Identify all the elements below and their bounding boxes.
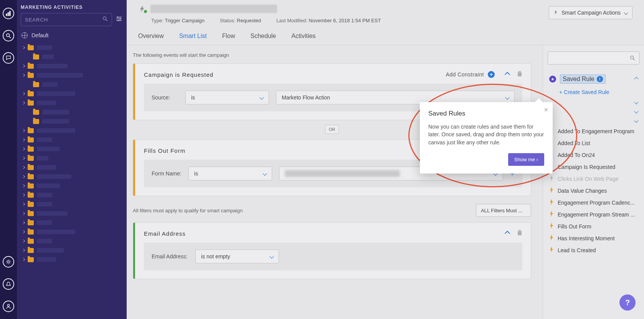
svg-line-13 <box>633 59 635 60</box>
folder-icon <box>28 165 34 170</box>
user-icon[interactable] <box>3 301 14 312</box>
info-icon[interactable]: i <box>597 76 603 82</box>
bolt-icon <box>549 223 554 230</box>
globe-icon <box>21 32 28 38</box>
tree-item[interactable] <box>17 43 127 52</box>
tree-item[interactable] <box>17 190 127 200</box>
tree-item[interactable] <box>17 209 127 218</box>
tree-item[interactable] <box>17 98 127 107</box>
tab-overview[interactable]: Overview <box>138 28 164 45</box>
chevron-down-icon <box>624 10 628 15</box>
bolt-icon <box>549 246 554 254</box>
folder-icon <box>28 239 34 244</box>
saved-rule-highlight: Saved Rule i <box>560 74 606 84</box>
tree-item[interactable] <box>17 154 127 163</box>
tree-item[interactable] <box>17 236 127 246</box>
collapsed-section[interactable] <box>548 116 639 125</box>
trigger-item[interactable]: Added To Engagement Program <box>548 125 639 137</box>
campaign-title-redacted <box>150 5 277 13</box>
bell-icon[interactable] <box>3 278 14 290</box>
delete-icon[interactable] <box>517 71 522 78</box>
folder-icon <box>28 193 34 198</box>
search-icon[interactable] <box>3 30 14 41</box>
tree-item[interactable] <box>17 181 127 190</box>
popover-title: Saved Rules <box>428 110 544 117</box>
tree-item[interactable] <box>17 71 127 80</box>
tab-schedule[interactable]: Schedule <box>250 28 276 45</box>
help-fab[interactable]: ? <box>619 294 636 311</box>
saved-rule-section[interactable]: ★ Saved Rule i <box>548 71 639 87</box>
tree-item[interactable] <box>17 117 127 126</box>
tree-item[interactable] <box>17 172 127 181</box>
trigger-item[interactable]: Has Interesting Moment <box>548 232 639 244</box>
status-active-dot <box>144 10 147 13</box>
operator-select[interactable]: is <box>185 91 269 104</box>
smart-campaign-actions-button[interactable]: Smart Campaign Actions <box>549 6 632 19</box>
form-name-label: Form Name: <box>152 170 182 177</box>
chevron-down-icon <box>634 100 638 104</box>
search-input[interactable] <box>25 17 102 23</box>
analytics-icon[interactable] <box>3 8 14 19</box>
bolt-icon <box>554 10 558 16</box>
tree-item[interactable] <box>17 52 127 61</box>
tree-item[interactable] <box>17 200 127 209</box>
create-saved-rule-link[interactable]: + Create Saved Rule <box>548 87 639 98</box>
chevron-down-icon <box>505 95 509 99</box>
trigger-item[interactable]: Engagement Program Stream ... <box>548 208 639 220</box>
tree-item[interactable] <box>17 144 127 154</box>
workspace-default[interactable]: Default <box>17 30 127 42</box>
tree-item[interactable] <box>17 61 127 71</box>
folder-icon <box>28 45 34 50</box>
tree-item[interactable] <box>17 218 127 227</box>
tree-item[interactable] <box>17 163 127 172</box>
palette-search[interactable] <box>548 51 639 64</box>
gear-icon[interactable] <box>3 256 14 268</box>
close-icon[interactable]: × <box>544 106 548 114</box>
trigger-list: Added To Engagement ProgramAdded To List… <box>548 125 639 256</box>
collapse-toggle[interactable] <box>505 231 510 236</box>
tab-activities[interactable]: Activities <box>291 28 315 45</box>
tab-smart-list[interactable]: Smart List <box>179 28 207 45</box>
trigger-item[interactable]: Data Value Changes <box>548 185 639 197</box>
tree-item[interactable] <box>17 80 127 89</box>
search-icon <box>102 16 108 23</box>
show-me-button[interactable]: Show me › <box>508 153 544 166</box>
page-header: Smart Campaign Actions Type: Trigger Cam… <box>127 0 644 28</box>
palette-search-input[interactable] <box>552 55 630 61</box>
collapsed-section[interactable] <box>548 107 639 116</box>
delete-icon[interactable] <box>517 230 522 237</box>
collapsed-section[interactable] <box>548 98 639 107</box>
tree-item[interactable] <box>17 89 127 98</box>
add-constraint-button[interactable]: + <box>488 71 495 78</box>
trigger-item[interactable]: Fills Out Form <box>548 220 639 232</box>
saved-rules-popover: × Saved Rules Now you can create rules a… <box>420 102 553 174</box>
filter-logic-select[interactable]: ALL Filters Must ... <box>476 204 531 217</box>
svg-line-8 <box>106 20 107 21</box>
folder-icon <box>33 110 39 115</box>
operator-select[interactable]: is <box>188 167 272 180</box>
trigger-item[interactable]: Added To On24 <box>548 149 639 161</box>
trigger-item[interactable]: Added To List <box>548 137 639 149</box>
trigger-item[interactable]: Clicks Link On Web Page <box>548 173 639 185</box>
collapse-toggle[interactable] <box>505 72 510 77</box>
tab-flow[interactable]: Flow <box>222 28 235 45</box>
search-icon <box>630 55 635 61</box>
trigger-item[interactable]: Lead Is Created <box>548 244 639 256</box>
svg-point-7 <box>103 17 106 20</box>
tree-item[interactable] <box>17 246 127 255</box>
svg-point-6 <box>7 304 9 306</box>
sidebar-search[interactable] <box>21 13 112 26</box>
chevron-up-icon <box>634 77 638 81</box>
tree-item[interactable] <box>17 227 127 236</box>
trigger-item[interactable]: Campaign Is Requested <box>548 161 639 173</box>
tree-item[interactable] <box>17 135 127 144</box>
tree-item[interactable] <box>17 126 127 135</box>
operator-select[interactable]: is not empty <box>195 250 279 263</box>
main-area: Smart Campaign Actions Type: Trigger Cam… <box>127 0 644 319</box>
tree-item[interactable] <box>17 255 127 264</box>
sliders-icon[interactable] <box>115 15 123 24</box>
tree-item[interactable] <box>17 107 127 117</box>
chat-icon[interactable] <box>3 52 14 64</box>
campaign-bolt-icon <box>138 5 147 13</box>
trigger-item[interactable]: Engagement Program Cadenc... <box>548 197 639 208</box>
